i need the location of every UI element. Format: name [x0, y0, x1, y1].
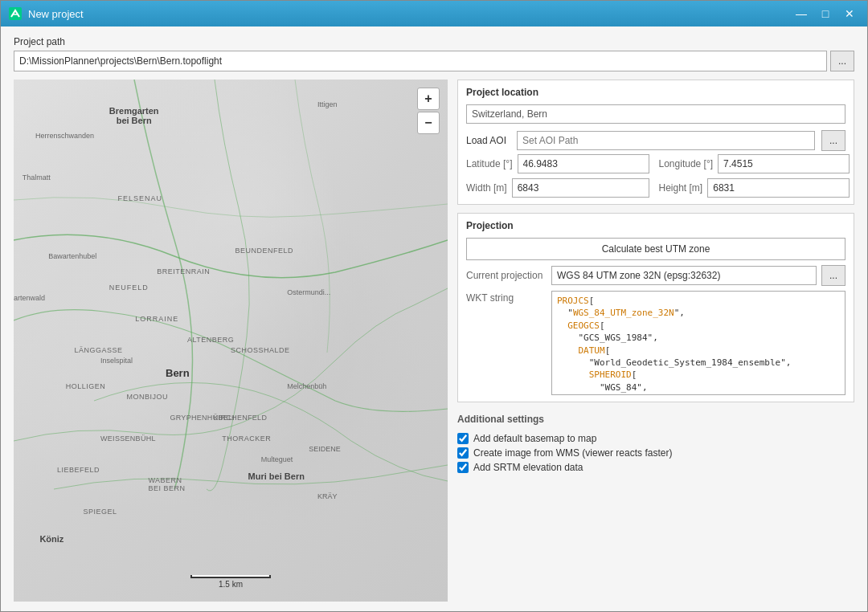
map-label-beundenfeld: BEUNDENFELD: [235, 247, 293, 255]
map-label-breitenrain: BREITENRAIN: [157, 267, 210, 275]
wkt-label: WKT string: [466, 291, 547, 304]
map-label-thoracker: THORACKER: [222, 435, 271, 443]
wkt-display[interactable]: PROJCS[ "WGS_84_UTM_zone_32N", GEOGCS[ "…: [551, 291, 845, 395]
map-label-melchenbuh: Melchenbüh: [287, 382, 326, 390]
map-label-thalmatt: Thalmatt: [23, 173, 51, 182]
window-controls: — □ ✕: [790, 4, 861, 23]
map-label-langgasse: LÄNGGASSE: [75, 346, 123, 354]
wkt-section: WKT string PROJCS[ "WGS_84_UTM_zone_32N"…: [466, 291, 845, 395]
window-title: New project: [28, 8, 790, 20]
height-item: Height [m]: [659, 178, 850, 198]
minimize-button[interactable]: —: [790, 4, 813, 23]
aoi-path-input[interactable]: [517, 131, 815, 150]
map-label-neufeld: NEUFELD: [109, 284, 149, 292]
scale-text: 1.5 km: [219, 580, 243, 589]
projection-browse-button[interactable]: ...: [821, 265, 845, 286]
srtm-label: Add SRTM elevation data: [473, 462, 583, 473]
project-path-label: Project path: [14, 36, 854, 47]
current-projection-input[interactable]: [551, 266, 817, 285]
map-label-ostermundigen: Ostermundi...: [287, 288, 330, 296]
scale-line: [190, 575, 271, 578]
content-area: Project path ...: [1, 27, 867, 611]
latitude-label: Latitude [°]: [466, 158, 513, 169]
main-content: Herrenschwanden Bremgartenbei Bern Ittig…: [14, 80, 854, 602]
srtm-checkbox[interactable]: [457, 462, 469, 473]
location-input[interactable]: [466, 104, 845, 124]
map-label-bawartenhubel: Bawartenhubel: [48, 252, 96, 260]
basemap-checkbox[interactable]: [457, 433, 469, 444]
projection-section: Projection Calculate best UTM zone Curre…: [457, 213, 854, 402]
close-button[interactable]: ✕: [838, 4, 861, 23]
height-label: Height [m]: [659, 182, 703, 194]
calc-utm-button[interactable]: Calculate best UTM zone: [466, 238, 845, 260]
wkt-content: PROJCS[ "WGS_84_UTM_zone_32N", GEOGCS[ "…: [557, 295, 840, 395]
project-path-browse-button[interactable]: ...: [830, 51, 854, 71]
additional-settings-list: Add default basemap to map Create image …: [457, 428, 854, 473]
latitude-item: Latitude [°]: [466, 154, 649, 173]
map-panel: Herrenschwanden Bremgartenbei Bern Ittig…: [14, 80, 448, 602]
map-label-multeguet: Multeguet: [261, 455, 293, 463]
zoom-in-button[interactable]: +: [417, 88, 440, 110]
map-label-herrenschwanden: Herrenschwanden: [35, 132, 94, 140]
title-bar: New project — □ ✕: [1, 1, 867, 27]
map-label-liebefeld: LIEBEFELD: [57, 466, 100, 474]
map-label-bremgarten: Bremgartenbei Bern: [109, 106, 159, 125]
zoom-controls: + −: [417, 88, 440, 134]
additional-settings-title: Additional settings: [457, 414, 854, 428]
map-background[interactable]: Herrenschwanden Bremgartenbei Bern Ittig…: [14, 80, 448, 602]
map-label-inselspital: Inselspital: [100, 357, 133, 365]
map-label-bern: Bern: [166, 367, 190, 379]
project-path-input[interactable]: [14, 51, 827, 71]
map-label-spiegel: SPIEGEL: [83, 508, 117, 516]
basemap-label: Add default basemap to map: [473, 433, 596, 444]
width-label: Width [m]: [466, 182, 507, 194]
map-label-kirchenfeld: KIRCHENFELD: [213, 414, 267, 422]
project-path-section: Project path ...: [14, 36, 854, 71]
map-label-weissenbuhl: WEISSENBÜHL: [100, 435, 156, 443]
map-label-monbijou: MONBIJOU: [126, 393, 168, 401]
current-projection-label: Current projection: [466, 270, 547, 281]
map-label-ittigen: Ittigen: [317, 100, 338, 108]
zoom-out-button[interactable]: −: [417, 112, 440, 134]
wms-checkbox[interactable]: [457, 447, 469, 459]
aoi-browse-button[interactable]: ...: [821, 130, 845, 151]
longitude-label: Longitude [°]: [659, 158, 714, 169]
scale-bar: 1.5 km: [190, 575, 271, 589]
map-label-lorraine: LORRAINE: [135, 315, 178, 323]
additional-settings-section: Additional settings Add default basemap …: [457, 410, 854, 476]
map-label-wabern: WABERNBEI BERN: [148, 476, 185, 492]
longitude-input[interactable]: [718, 154, 850, 173]
path-row: ...: [14, 51, 854, 71]
latitude-input[interactable]: [518, 154, 649, 173]
height-input[interactable]: [707, 178, 850, 198]
aoi-row: Load AOI ...: [466, 130, 845, 151]
map-label-artenwald: artenwald: [14, 294, 45, 302]
maximize-button[interactable]: □: [814, 4, 837, 23]
app-icon: [7, 6, 23, 22]
map-label-seidene: SEIDENE: [309, 445, 341, 453]
checkbox-row-1: Add default basemap to map: [457, 433, 854, 444]
load-aoi-label: Load AOI: [466, 135, 510, 146]
width-item: Width [m]: [466, 178, 649, 198]
current-projection-row: Current projection ...: [466, 265, 845, 286]
projection-title: Projection: [466, 220, 845, 231]
map-label-kray: KRÄY: [317, 492, 338, 500]
project-location-section: Project location Load AOI ... Latitude […: [457, 80, 854, 205]
projection-content: Calculate best UTM zone Current projecti…: [466, 238, 845, 395]
coord-grid: Latitude [°] Longitude [°] Width [m]: [466, 154, 845, 198]
checkbox-row-3: Add SRTM elevation data: [457, 462, 854, 473]
map-label-muri: Muri bei Bern: [248, 471, 305, 481]
checkbox-row-2: Create image from WMS (viewer reacts fas…: [457, 447, 854, 459]
right-panel: Project location Load AOI ... Latitude […: [457, 80, 854, 602]
map-label-felsenau: FELSENAU: [118, 194, 163, 202]
longitude-item: Longitude [°]: [659, 154, 850, 173]
map-label-altenberg: ALTENBERG: [187, 336, 234, 344]
wms-label: Create image from WMS (viewer reacts fas…: [473, 447, 672, 459]
main-window: New project — □ ✕ Project path ...: [0, 0, 868, 612]
project-location-title: Project location: [466, 87, 845, 98]
map-label-koniz: Köniz: [39, 534, 63, 544]
width-input[interactable]: [512, 178, 649, 198]
map-label-holligen: HOLLIGEN: [66, 382, 106, 390]
map-label-schosshalde: SCHOSSHALDE: [231, 346, 290, 354]
